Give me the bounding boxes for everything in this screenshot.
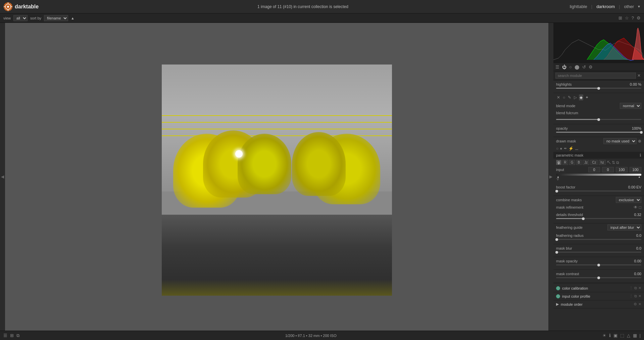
- lasso-tool-icon[interactable]: ⚊: [575, 146, 579, 151]
- wand-tool-icon[interactable]: ⚡: [568, 146, 574, 151]
- nav-other: other: [621, 3, 637, 10]
- mod-order-settings-icon[interactable]: ⚙: [634, 302, 637, 306]
- channel-invert-icon[interactable]: ⇅: [612, 160, 615, 165]
- drawn-mask-add-icon[interactable]: ⊕: [638, 139, 641, 143]
- search-input[interactable]: [555, 73, 636, 79]
- app-logo[interactable]: darktable: [3, 2, 39, 11]
- input-val3[interactable]: 100: [616, 167, 628, 172]
- module-color-calibration[interactable]: ⏻ color calibration ⋮ ⧉ ✕: [553, 284, 644, 292]
- highlights-slider[interactable]: [556, 88, 641, 89]
- mask-circle-icon[interactable]: ○: [562, 94, 566, 100]
- highlights-section: highlights 0.00 %: [553, 80, 644, 93]
- module-color-cal-actions: ⋮ ⧉ ✕: [629, 286, 641, 290]
- mod-icp-copy-icon[interactable]: ⧉: [634, 294, 637, 298]
- settings-icon[interactable]: ⚙: [637, 15, 641, 20]
- pen-tool-icon[interactable]: ✒: [564, 146, 567, 151]
- mask-forward-icon[interactable]: ▷: [573, 94, 578, 100]
- module-input-color-profile[interactable]: ⏻ input color profile ⋮ ⧉ ✕: [553, 292, 644, 300]
- mask-active-icon[interactable]: ◈: [579, 94, 583, 100]
- param-slider-track[interactable]: ▲ ▲: [556, 174, 641, 176]
- nav-other-arrow: ▼: [637, 5, 641, 8]
- refresh-icon[interactable]: ↺: [582, 65, 586, 70]
- view-select[interactable]: all: [13, 15, 28, 21]
- channel-hz[interactable]: hz: [599, 160, 606, 165]
- feathering-radius-slider[interactable]: [556, 239, 641, 240]
- bottombar-left: ☰ ⊞ ⧉: [3, 333, 19, 338]
- channel-Cz[interactable]: Cz: [590, 160, 598, 165]
- settings2-icon[interactable]: ⚙: [589, 65, 593, 70]
- channel-g[interactable]: g: [556, 160, 561, 165]
- mask-opacity-label: mask opacity: [556, 259, 578, 263]
- feathering-guide-select[interactable]: input after blur: [607, 224, 641, 230]
- blend-mode-select[interactable]: normal: [620, 103, 641, 109]
- grid-icon[interactable]: ⊞: [618, 15, 622, 20]
- channel-pick-icon[interactable]: ⛏: [607, 160, 611, 165]
- input-val1[interactable]: 0: [588, 167, 600, 172]
- sort-select[interactable]: filename: [44, 15, 68, 21]
- mod-icp-del-icon[interactable]: ✕: [638, 294, 641, 298]
- details-threshold-row: details threshold 0.32: [556, 213, 641, 217]
- boost-factor-slider[interactable]: [556, 190, 641, 192]
- mask-opacity-slider[interactable]: [556, 264, 641, 265]
- parametric-info-icon[interactable]: ℹ: [640, 153, 641, 158]
- ground-yellow: [162, 280, 392, 296]
- help-icon[interactable]: ?: [632, 15, 634, 20]
- mask-ref-edit-icon[interactable]: □: [639, 205, 641, 210]
- channel-G[interactable]: G: [569, 160, 575, 165]
- bottombar-copy-icon[interactable]: ⧉: [16, 333, 19, 338]
- bottombar-right: ☀ ℹ ▣ ⬚ △ ▦ |: [602, 333, 641, 338]
- drawn-mask-tools: ○ ● ✒ ⚡ ⚊: [553, 145, 644, 152]
- circle-tool-icon[interactable]: ○: [556, 146, 558, 151]
- dot-tool-icon[interactable]: ●: [560, 146, 562, 151]
- bottombar-sun-icon[interactable]: ☀: [602, 333, 606, 338]
- boost-factor-value: 0.00 EV: [628, 185, 641, 189]
- mask-contrast-slider[interactable]: [556, 277, 641, 278]
- left-sidebar-toggle[interactable]: ◀: [0, 23, 5, 331]
- combine-masks-select[interactable]: exclusive: [616, 197, 641, 203]
- palette-icon[interactable]: ⬤: [575, 65, 580, 70]
- star-icon[interactable]: ☆: [625, 15, 629, 20]
- bottombar-focus-icon[interactable]: △: [627, 333, 630, 338]
- search-clear-icon[interactable]: ✕: [636, 73, 642, 79]
- input-val2[interactable]: 0: [602, 167, 614, 172]
- right-sidebar-toggle[interactable]: ▶: [548, 23, 553, 331]
- details-threshold-value: 0.32: [634, 213, 641, 217]
- input-val4[interactable]: 100: [630, 167, 641, 172]
- module-icp-enable[interactable]: ⏻: [556, 294, 560, 298]
- bottombar-grid2-icon[interactable]: ▦: [633, 333, 637, 338]
- power-icon[interactable]: ⏻: [562, 65, 566, 70]
- opacity-slider[interactable]: [556, 132, 641, 133]
- mask-pen-icon[interactable]: ✎: [567, 94, 572, 100]
- mask-x-icon[interactable]: ✕: [556, 94, 561, 100]
- channel-Jz[interactable]: Jz: [583, 160, 589, 165]
- drawn-mask-select[interactable]: no mask used: [603, 138, 637, 144]
- circle-icon[interactable]: ○: [569, 65, 572, 70]
- mod-cal-preset-icon[interactable]: ⋮: [629, 286, 633, 290]
- module-order[interactable]: ▶ module order ⚙ ✕: [553, 300, 644, 308]
- bottombar-grid-icon[interactable]: ⊞: [10, 333, 14, 338]
- blend-fulcrum-slider[interactable]: [556, 119, 641, 120]
- mod-order-del-icon[interactable]: ✕: [638, 302, 641, 306]
- mod-cal-copy-icon[interactable]: ⧉: [634, 286, 637, 290]
- bottombar-presets-icon[interactable]: ☰: [3, 333, 7, 338]
- mask-ref-eye-icon[interactable]: 👁: [634, 205, 638, 210]
- bottombar-clipping-icon[interactable]: ⬚: [620, 333, 624, 338]
- histogram-svg: [553, 23, 644, 63]
- mask-blur-slider[interactable]: [556, 252, 641, 253]
- channel-R[interactable]: R: [562, 160, 568, 165]
- image-container[interactable]: [162, 65, 392, 296]
- nav-darkroom[interactable]: darkroom: [594, 3, 617, 10]
- module-color-cal-enable[interactable]: ⏻: [556, 286, 560, 290]
- channel-copy-icon[interactable]: ⧉: [616, 160, 619, 165]
- nav-lighttable[interactable]: lighttable: [567, 3, 590, 10]
- mod-icp-preset-icon[interactable]: ⋮: [629, 294, 633, 298]
- presets-icon[interactable]: ☰: [555, 65, 559, 70]
- channel-B[interactable]: B: [576, 160, 582, 165]
- nav-other-container[interactable]: other ▼: [621, 3, 641, 10]
- mask-plus-icon[interactable]: ✦: [585, 94, 589, 100]
- bottombar-info-icon[interactable]: ℹ: [609, 333, 611, 338]
- mod-cal-del-icon[interactable]: ✕: [638, 286, 641, 290]
- details-threshold-slider[interactable]: [556, 218, 641, 219]
- bottombar-color-icon[interactable]: ▣: [613, 333, 617, 338]
- mask-blur-label: mask blur: [556, 246, 572, 250]
